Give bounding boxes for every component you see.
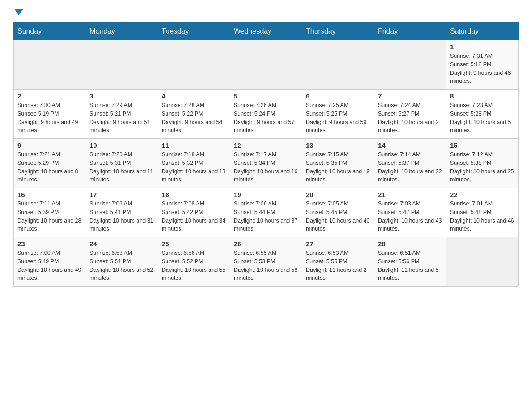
calendar-cell: 10Sunrise: 7:20 AMSunset: 5:31 PMDayligh… <box>86 139 158 188</box>
calendar-cell: 2Sunrise: 7:30 AMSunset: 5:19 PMDaylight… <box>14 90 86 139</box>
day-info: Sunrise: 7:08 AMSunset: 5:42 PMDaylight:… <box>162 200 226 233</box>
day-info: Sunrise: 7:06 AMSunset: 5:44 PMDaylight:… <box>234 200 298 233</box>
day-info: Sunrise: 7:12 AMSunset: 5:38 PMDaylight:… <box>450 150 515 184</box>
day-number: 10 <box>90 141 154 149</box>
calendar-cell: 17Sunrise: 7:09 AMSunset: 5:41 PMDayligh… <box>86 188 158 237</box>
calendar-cell: 1Sunrise: 7:31 AMSunset: 5:18 PMDaylight… <box>446 40 519 90</box>
day-info: Sunrise: 7:30 AMSunset: 5:19 PMDaylight:… <box>17 101 82 135</box>
weekday-header-tuesday: Tuesday <box>158 23 230 40</box>
calendar-week-row: 1Sunrise: 7:31 AMSunset: 5:18 PMDaylight… <box>14 40 519 90</box>
day-info: Sunrise: 7:25 AMSunset: 5:25 PMDaylight:… <box>306 101 370 135</box>
day-number: 26 <box>234 240 298 248</box>
calendar-cell: 16Sunrise: 7:11 AMSunset: 5:39 PMDayligh… <box>14 188 86 237</box>
day-number: 27 <box>306 240 370 248</box>
day-info: Sunrise: 7:03 AMSunset: 5:47 PMDaylight:… <box>378 200 442 233</box>
weekday-header-friday: Friday <box>374 23 446 40</box>
calendar-week-row: 2Sunrise: 7:30 AMSunset: 5:19 PMDaylight… <box>14 90 519 139</box>
calendar-cell: 23Sunrise: 7:00 AMSunset: 5:49 PMDayligh… <box>14 237 86 287</box>
weekday-header-wednesday: Wednesday <box>230 23 302 40</box>
weekday-header-row: SundayMondayTuesdayWednesdayThursdayFrid… <box>14 23 519 40</box>
day-number: 5 <box>234 92 298 100</box>
day-number: 1 <box>450 43 515 51</box>
calendar-cell: 20Sunrise: 7:05 AMSunset: 5:45 PMDayligh… <box>302 188 374 237</box>
calendar-cell: 5Sunrise: 7:26 AMSunset: 5:24 PMDaylight… <box>230 90 302 139</box>
weekday-header-sunday: Sunday <box>14 23 86 40</box>
day-number: 3 <box>90 92 154 100</box>
day-number: 15 <box>450 141 515 149</box>
day-info: Sunrise: 7:14 AMSunset: 5:37 PMDaylight:… <box>378 150 442 184</box>
day-number: 24 <box>90 240 154 248</box>
calendar-cell <box>302 40 374 90</box>
calendar-cell: 18Sunrise: 7:08 AMSunset: 5:42 PMDayligh… <box>158 188 230 237</box>
day-info: Sunrise: 7:29 AMSunset: 5:21 PMDaylight:… <box>90 101 154 135</box>
day-number: 9 <box>17 141 82 149</box>
day-info: Sunrise: 6:55 AMSunset: 5:53 PMDaylight:… <box>234 249 298 283</box>
day-number: 13 <box>306 141 370 149</box>
day-info: Sunrise: 7:23 AMSunset: 5:28 PMDaylight:… <box>450 101 515 135</box>
weekday-header-saturday: Saturday <box>446 23 519 40</box>
calendar-cell <box>374 40 446 90</box>
day-number: 25 <box>162 240 226 248</box>
calendar-cell: 15Sunrise: 7:12 AMSunset: 5:38 PMDayligh… <box>446 139 519 188</box>
weekday-header-monday: Monday <box>86 23 158 40</box>
calendar-cell: 6Sunrise: 7:25 AMSunset: 5:25 PMDaylight… <box>302 90 374 139</box>
day-number: 28 <box>378 240 442 248</box>
calendar-cell: 8Sunrise: 7:23 AMSunset: 5:28 PMDaylight… <box>446 90 519 139</box>
calendar-cell: 11Sunrise: 7:18 AMSunset: 5:32 PMDayligh… <box>158 139 230 188</box>
calendar-cell: 22Sunrise: 7:01 AMSunset: 5:48 PMDayligh… <box>446 188 519 237</box>
calendar-cell: 21Sunrise: 7:03 AMSunset: 5:47 PMDayligh… <box>374 188 446 237</box>
calendar-cell: 27Sunrise: 6:53 AMSunset: 5:55 PMDayligh… <box>302 237 374 287</box>
calendar-header: SundayMondayTuesdayWednesdayThursdayFrid… <box>14 23 519 40</box>
day-info: Sunrise: 7:31 AMSunset: 5:18 PMDaylight:… <box>450 52 515 86</box>
day-number: 16 <box>17 191 82 198</box>
weekday-header-thursday: Thursday <box>302 23 374 40</box>
day-number: 23 <box>17 240 82 248</box>
calendar-cell: 12Sunrise: 7:17 AMSunset: 5:34 PMDayligh… <box>230 139 302 188</box>
calendar-cell <box>14 40 86 90</box>
calendar-cell: 9Sunrise: 7:21 AMSunset: 5:29 PMDaylight… <box>14 139 86 188</box>
calendar-cell: 3Sunrise: 7:29 AMSunset: 5:21 PMDaylight… <box>86 90 158 139</box>
day-number: 7 <box>378 92 442 100</box>
calendar-body: 1Sunrise: 7:31 AMSunset: 5:18 PMDaylight… <box>14 40 519 287</box>
day-info: Sunrise: 7:20 AMSunset: 5:31 PMDaylight:… <box>90 150 154 184</box>
day-number: 20 <box>306 191 370 198</box>
day-info: Sunrise: 7:21 AMSunset: 5:29 PMDaylight:… <box>17 150 82 184</box>
day-info: Sunrise: 6:51 AMSunset: 5:56 PMDaylight:… <box>378 249 442 283</box>
day-number: 2 <box>17 92 82 100</box>
day-number: 18 <box>162 191 226 198</box>
calendar-cell: 7Sunrise: 7:24 AMSunset: 5:27 PMDaylight… <box>374 90 446 139</box>
day-number: 12 <box>234 141 298 149</box>
logo <box>13 9 23 15</box>
calendar-table: SundayMondayTuesdayWednesdayThursdayFrid… <box>13 22 519 287</box>
calendar-cell: 14Sunrise: 7:14 AMSunset: 5:37 PMDayligh… <box>374 139 446 188</box>
page-header <box>13 9 519 15</box>
calendar-week-row: 9Sunrise: 7:21 AMSunset: 5:29 PMDaylight… <box>14 139 519 188</box>
day-info: Sunrise: 6:53 AMSunset: 5:55 PMDaylight:… <box>306 249 370 283</box>
day-number: 22 <box>450 191 515 198</box>
day-number: 21 <box>378 191 442 198</box>
day-number: 4 <box>162 92 226 100</box>
calendar-cell <box>86 40 158 90</box>
day-info: Sunrise: 7:11 AMSunset: 5:39 PMDaylight:… <box>17 200 82 233</box>
day-info: Sunrise: 7:09 AMSunset: 5:41 PMDaylight:… <box>90 200 154 233</box>
day-number: 6 <box>306 92 370 100</box>
day-info: Sunrise: 7:28 AMSunset: 5:22 PMDaylight:… <box>162 101 226 135</box>
calendar-cell <box>158 40 230 90</box>
day-info: Sunrise: 7:26 AMSunset: 5:24 PMDaylight:… <box>234 101 298 135</box>
day-info: Sunrise: 7:17 AMSunset: 5:34 PMDaylight:… <box>234 150 298 184</box>
day-number: 19 <box>234 191 298 198</box>
calendar-cell: 28Sunrise: 6:51 AMSunset: 5:56 PMDayligh… <box>374 237 446 287</box>
day-info: Sunrise: 7:15 AMSunset: 5:35 PMDaylight:… <box>306 150 370 184</box>
day-info: Sunrise: 7:24 AMSunset: 5:27 PMDaylight:… <box>378 101 442 135</box>
calendar-cell: 13Sunrise: 7:15 AMSunset: 5:35 PMDayligh… <box>302 139 374 188</box>
calendar-cell: 26Sunrise: 6:55 AMSunset: 5:53 PMDayligh… <box>230 237 302 287</box>
calendar-week-row: 23Sunrise: 7:00 AMSunset: 5:49 PMDayligh… <box>14 237 519 287</box>
logo-triangle-icon <box>14 9 23 15</box>
day-info: Sunrise: 7:05 AMSunset: 5:45 PMDaylight:… <box>306 200 370 233</box>
day-number: 17 <box>90 191 154 198</box>
day-number: 8 <box>450 92 515 100</box>
day-info: Sunrise: 7:00 AMSunset: 5:49 PMDaylight:… <box>17 249 82 283</box>
calendar-cell: 19Sunrise: 7:06 AMSunset: 5:44 PMDayligh… <box>230 188 302 237</box>
day-info: Sunrise: 7:01 AMSunset: 5:48 PMDaylight:… <box>450 200 515 233</box>
day-info: Sunrise: 7:18 AMSunset: 5:32 PMDaylight:… <box>162 150 226 184</box>
